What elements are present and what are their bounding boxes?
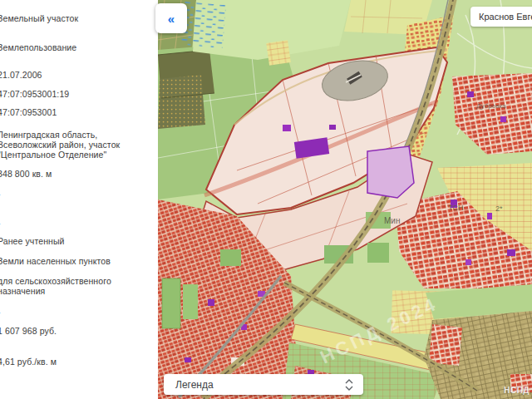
panel-line: 348 800 кв. м <box>0 169 52 179</box>
panel-line: для сельскохозяйственного <box>0 276 111 286</box>
panel-line: Всеволожский район, участок <box>0 140 120 150</box>
panel-line: - <box>0 307 1 317</box>
panel-line: 47:07:0953001:19 <box>0 89 69 99</box>
panel-line: Ранее учтенный <box>0 236 65 246</box>
panel-line: Ленинградская область, <box>0 130 97 140</box>
parcel-info-panel: Земельный участокЗемлепользование21.07.2… <box>0 0 158 399</box>
panel-line: 4,61 руб./кв. м <box>0 357 57 367</box>
panel-line: 47:07:0953001 <box>0 107 57 117</box>
map-label: ТСН <box>448 204 464 212</box>
panel-line: - <box>0 189 1 199</box>
chevron-double-left-icon: « <box>168 12 175 26</box>
panel-line: "Центральное Отделение" <box>0 150 106 160</box>
map-label: 2* <box>495 204 503 213</box>
user-account-button[interactable]: Краснов Евгени <box>470 7 532 27</box>
nspd-watermark: НСПД <box>504 386 530 395</box>
map-label: Мин <box>384 216 400 225</box>
collapse-panel-button[interactable]: « <box>155 3 187 33</box>
panel-line: 1 607 968 руб. <box>0 326 57 336</box>
user-name-label: Краснов Евгени <box>479 12 532 22</box>
panel-line: Земли населенных пунктов <box>0 256 111 266</box>
panel-line: - <box>0 218 1 228</box>
legend-toggle-button[interactable]: Легенда <box>164 374 363 395</box>
map-label: Дубровка <box>476 102 506 110</box>
cadastral-map[interactable]: НСПД 2024 ДубровкаТСН2*Мин <box>158 0 532 399</box>
legend-label: Легенда <box>175 379 214 391</box>
panel-line: назначения <box>0 286 45 296</box>
expand-collapse-icon <box>344 379 354 391</box>
panel-line: Земельный участок <box>0 13 78 23</box>
panel-line: Землепользование <box>0 42 76 52</box>
panel-line: 21.07.2006 <box>0 70 42 80</box>
